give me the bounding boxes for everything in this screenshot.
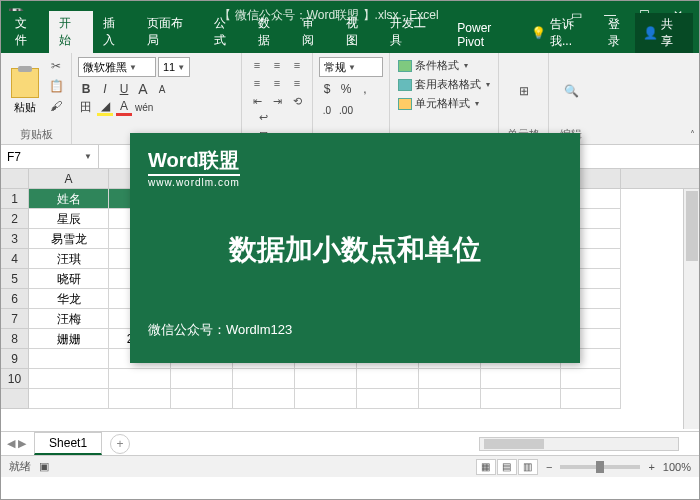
cell[interactable]: [109, 389, 171, 409]
cell[interactable]: [357, 389, 419, 409]
row-header[interactable]: [1, 389, 29, 409]
tab-insert[interactable]: 插入: [93, 11, 137, 53]
cell[interactable]: [171, 389, 233, 409]
decrease-font-icon[interactable]: A: [154, 80, 170, 98]
normal-view-icon[interactable]: ▦: [476, 459, 496, 475]
row-header[interactable]: 8: [1, 329, 29, 349]
tab-dev[interactable]: 开发工具: [380, 11, 448, 53]
macro-record-icon[interactable]: ▣: [39, 460, 49, 473]
tab-pivot[interactable]: Power Pivot: [447, 17, 531, 53]
cell[interactable]: [29, 389, 109, 409]
select-all-corner[interactable]: [1, 169, 29, 188]
cell[interactable]: 星辰: [29, 209, 109, 229]
underline-button[interactable]: U: [116, 80, 132, 98]
cell[interactable]: [29, 369, 109, 389]
tab-data[interactable]: 数据: [248, 11, 292, 53]
copy-icon[interactable]: 📋: [47, 77, 65, 95]
tell-me[interactable]: 告诉我...: [550, 16, 596, 50]
tab-home[interactable]: 开始: [49, 11, 93, 53]
page-break-view-icon[interactable]: ▥: [518, 459, 538, 475]
zoom-slider[interactable]: [560, 465, 640, 469]
font-color-button[interactable]: A: [116, 98, 132, 116]
row-header[interactable]: 2: [1, 209, 29, 229]
align-middle-icon[interactable]: ≡: [268, 57, 286, 73]
cell[interactable]: [357, 369, 419, 389]
number-format-combo[interactable]: 常规▼: [319, 57, 383, 77]
vertical-scrollbar[interactable]: [683, 189, 699, 429]
cell[interactable]: [171, 369, 233, 389]
align-top-icon[interactable]: ≡: [248, 57, 266, 73]
cell[interactable]: [109, 369, 171, 389]
border-button[interactable]: 田: [78, 98, 94, 116]
row-header[interactable]: 4: [1, 249, 29, 269]
cell[interactable]: [481, 389, 561, 409]
sheet-nav[interactable]: ◀ ▶: [7, 437, 26, 450]
increase-indent-icon[interactable]: ⇥: [268, 93, 286, 109]
tab-layout[interactable]: 页面布局: [137, 11, 205, 53]
phonetic-button[interactable]: wén: [135, 98, 153, 116]
orientation-icon[interactable]: ⟲: [288, 93, 306, 109]
fill-color-button[interactable]: ◢: [97, 98, 113, 116]
format-painter-icon[interactable]: 🖌: [47, 97, 65, 115]
row-header[interactable]: 7: [1, 309, 29, 329]
share-button[interactable]: 👤共享: [635, 13, 693, 53]
paste-button[interactable]: 粘贴: [7, 57, 43, 125]
cell[interactable]: 汪梅: [29, 309, 109, 329]
collapse-ribbon-icon[interactable]: ˄: [690, 129, 695, 140]
table-format-button[interactable]: 套用表格格式▾: [396, 76, 492, 93]
tab-review[interactable]: 审阅: [292, 11, 336, 53]
cell[interactable]: 华龙: [29, 289, 109, 309]
cell-styles-button[interactable]: 单元格样式▾: [396, 95, 492, 112]
add-sheet-button[interactable]: +: [110, 434, 130, 454]
cell[interactable]: [419, 369, 481, 389]
cell[interactable]: 晓研: [29, 269, 109, 289]
cell[interactable]: [561, 369, 621, 389]
cell[interactable]: [481, 369, 561, 389]
align-center-icon[interactable]: ≡: [268, 75, 286, 91]
decrease-decimal-icon[interactable]: .00: [338, 101, 354, 119]
cell[interactable]: 易雪龙: [29, 229, 109, 249]
zoom-in-button[interactable]: +: [648, 461, 654, 473]
wrap-text-icon[interactable]: ↩: [252, 109, 274, 125]
italic-button[interactable]: I: [97, 80, 113, 98]
font-name-combo[interactable]: 微软雅黑▼: [78, 57, 156, 77]
increase-decimal-icon[interactable]: .0: [319, 101, 335, 119]
percent-icon[interactable]: %: [338, 80, 354, 98]
cell[interactable]: [233, 389, 295, 409]
zoom-out-button[interactable]: −: [546, 461, 552, 473]
column-header[interactable]: A: [29, 169, 109, 188]
bold-button[interactable]: B: [78, 80, 94, 98]
align-right-icon[interactable]: ≡: [288, 75, 306, 91]
row-header[interactable]: 3: [1, 229, 29, 249]
align-bottom-icon[interactable]: ≡: [288, 57, 306, 73]
comma-icon[interactable]: ,: [357, 80, 373, 98]
cell[interactable]: 姓名: [29, 189, 109, 209]
cell[interactable]: 姗姗: [29, 329, 109, 349]
tab-view[interactable]: 视图: [336, 11, 380, 53]
tab-file[interactable]: 文件: [5, 11, 49, 53]
login-link[interactable]: 登录: [608, 16, 632, 50]
cell[interactable]: [233, 369, 295, 389]
cell[interactable]: 汪琪: [29, 249, 109, 269]
cell[interactable]: [561, 389, 621, 409]
row-header[interactable]: 5: [1, 269, 29, 289]
currency-icon[interactable]: $: [319, 80, 335, 98]
row-header[interactable]: 1: [1, 189, 29, 209]
cut-icon[interactable]: ✂: [47, 57, 65, 75]
conditional-format-button[interactable]: 条件格式▾: [396, 57, 492, 74]
decrease-indent-icon[interactable]: ⇤: [248, 93, 266, 109]
name-box[interactable]: F7▼: [1, 145, 99, 168]
increase-font-icon[interactable]: A: [135, 80, 151, 98]
horizontal-scrollbar[interactable]: [479, 437, 679, 451]
row-header[interactable]: 10: [1, 369, 29, 389]
font-size-combo[interactable]: 11▼: [158, 57, 190, 77]
cell[interactable]: [295, 369, 357, 389]
align-left-icon[interactable]: ≡: [248, 75, 266, 91]
tab-formula[interactable]: 公式: [204, 11, 248, 53]
cell[interactable]: [295, 389, 357, 409]
row-header[interactable]: 9: [1, 349, 29, 369]
page-layout-view-icon[interactable]: ▤: [497, 459, 517, 475]
zoom-level[interactable]: 100%: [663, 461, 691, 473]
cell[interactable]: [29, 349, 109, 369]
row-header[interactable]: 6: [1, 289, 29, 309]
